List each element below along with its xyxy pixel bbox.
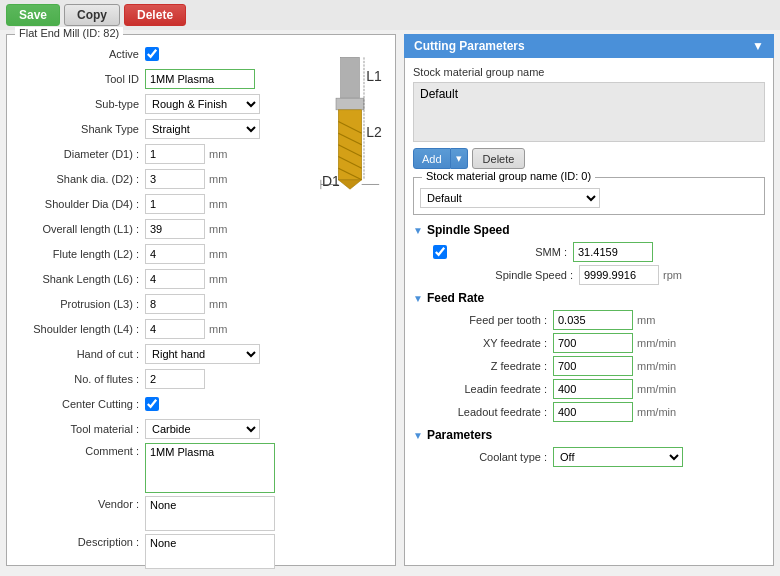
flute-length-label: Flute length (L2) : <box>15 248 145 260</box>
svg-rect-0 <box>341 57 360 98</box>
no-flutes-row: No. of flutes : <box>15 368 387 390</box>
copy-button[interactable]: Copy <box>64 4 120 26</box>
shank-type-select[interactable]: Straight Tapered <box>145 119 260 139</box>
xy-feedrate-input[interactable] <box>553 333 633 353</box>
shoulder-length-input[interactable] <box>145 319 205 339</box>
z-feedrate-input[interactable] <box>553 356 633 376</box>
toolbar: Save Copy Delete <box>0 0 780 30</box>
coolant-type-select[interactable]: Off Flood Mist <box>553 447 683 467</box>
save-button[interactable]: Save <box>6 4 60 26</box>
cutting-params-header: Cutting Parameters ▼ <box>404 34 774 58</box>
add-dropdown-button[interactable]: ▾ <box>451 148 468 169</box>
flute-length-row: Flute length (L2) : mm <box>15 243 387 265</box>
shank-dia-unit: mm <box>209 173 227 185</box>
spindle-speed-unit: rpm <box>663 269 682 281</box>
parameters-header[interactable]: ▼ Parameters <box>413 428 765 442</box>
tool-image: L1 L2 D1 <box>315 55 385 195</box>
params-chevron-icon: ▼ <box>413 430 423 441</box>
protrusion-unit: mm <box>209 298 227 310</box>
parameters-content: Coolant type : Off Flood Mist <box>413 447 765 467</box>
flute-length-unit: mm <box>209 248 227 260</box>
protrusion-input[interactable] <box>145 294 205 314</box>
vendor-textarea[interactable]: None <box>145 496 275 531</box>
center-cutting-checkbox[interactable] <box>145 397 159 411</box>
active-label: Active <box>15 48 145 60</box>
cutting-params-title: Cutting Parameters <box>414 39 525 53</box>
no-flutes-label: No. of flutes : <box>15 373 145 385</box>
svg-marker-8 <box>338 180 361 189</box>
leadout-feedrate-input[interactable] <box>553 402 633 422</box>
collapse-icon[interactable]: ▼ <box>752 39 764 53</box>
delete-button[interactable]: Delete <box>124 4 186 26</box>
overall-length-input[interactable] <box>145 219 205 239</box>
feed-per-tooth-label: Feed per tooth : <box>433 314 553 326</box>
spindle-speed-row: Spindle Speed : rpm <box>413 265 765 285</box>
diameter-input[interactable] <box>145 144 205 164</box>
vendor-label: Vendor : <box>15 496 145 510</box>
tool-id-input[interactable] <box>145 69 255 89</box>
spindle-chevron-icon: ▼ <box>413 225 423 236</box>
hand-of-cut-select[interactable]: Right hand Left hand <box>145 344 260 364</box>
cutting-params-body: Stock material group name Default Add ▾ … <box>404 58 774 566</box>
stock-id-row: Default <box>420 184 758 208</box>
description-row: Description : None <box>15 534 387 569</box>
feed-chevron-icon: ▼ <box>413 293 423 304</box>
svg-text:L1: L1 <box>366 68 382 84</box>
spindle-speed-input[interactable] <box>579 265 659 285</box>
stock-id-group: Stock material group name (ID: 0) Defaul… <box>413 177 765 215</box>
parameters-title: Parameters <box>427 428 492 442</box>
active-checkbox[interactable] <box>145 47 159 61</box>
z-feedrate-row: Z feedrate : mm/min <box>413 356 765 376</box>
spindle-speed-title: Spindle Speed <box>427 223 510 237</box>
leadout-feedrate-label: Leadout feedrate : <box>433 406 553 418</box>
smm-row: SMM : <box>413 242 765 262</box>
overall-length-unit: mm <box>209 223 227 235</box>
delete-group-button[interactable]: Delete <box>472 148 526 169</box>
diameter-label: Diameter (D1) : <box>15 148 145 160</box>
spindle-speed-content: SMM : Spindle Speed : rpm <box>413 242 765 285</box>
svg-text:D1: D1 <box>322 173 340 189</box>
subtype-label: Sub-type <box>15 98 145 110</box>
xy-feedrate-unit: mm/min <box>637 337 676 349</box>
stock-id-title: Stock material group name (ID: 0) <box>422 170 595 182</box>
xy-feedrate-label: XY feedrate : <box>433 337 553 349</box>
svg-text:L2: L2 <box>366 124 382 140</box>
stock-group-value: Default <box>420 87 458 101</box>
leadin-feedrate-input[interactable] <box>553 379 633 399</box>
shoulder-length-unit: mm <box>209 323 227 335</box>
shoulder-dia-input[interactable] <box>145 194 205 214</box>
feed-rate-header[interactable]: ▼ Feed Rate <box>413 291 765 305</box>
shank-length-input[interactable] <box>145 269 205 289</box>
no-flutes-input[interactable] <box>145 369 205 389</box>
spindle-speed-header[interactable]: ▼ Spindle Speed <box>413 223 765 237</box>
vendor-row: Vendor : None <box>15 496 387 531</box>
smm-input[interactable] <box>573 242 653 262</box>
panel-title: Flat End Mill (ID: 82) <box>15 27 123 39</box>
shank-type-label: Shank Type <box>15 123 145 135</box>
tool-material-row: Tool material : Carbide HSS Ceramic <box>15 418 387 440</box>
shank-length-label: Shank Length (L6) : <box>15 273 145 285</box>
stock-id-select[interactable]: Default <box>420 188 600 208</box>
stock-group-label: Stock material group name <box>413 66 765 78</box>
flute-length-input[interactable] <box>145 244 205 264</box>
subtype-select[interactable]: Rough & Finish Rough Finish Finish <box>145 94 260 114</box>
feed-per-tooth-input[interactable] <box>553 310 633 330</box>
shank-dia-input[interactable] <box>145 169 205 189</box>
feed-rate-title: Feed Rate <box>427 291 484 305</box>
comment-textarea[interactable]: 1MM Plasma <box>145 443 275 493</box>
coolant-type-label: Coolant type : <box>433 451 553 463</box>
z-feedrate-label: Z feedrate : <box>433 360 553 372</box>
leadout-feedrate-row: Leadout feedrate : mm/min <box>413 402 765 422</box>
overall-length-label: Overall length (L1) : <box>15 223 145 235</box>
center-cutting-label: Center Cutting : <box>15 398 145 410</box>
tool-material-select[interactable]: Carbide HSS Ceramic <box>145 419 260 439</box>
add-button[interactable]: Add <box>413 148 451 169</box>
z-feedrate-unit: mm/min <box>637 360 676 372</box>
description-textarea[interactable]: None <box>145 534 275 569</box>
cutting-params-panel: Cutting Parameters ▼ Stock material grou… <box>404 34 774 566</box>
protrusion-label: Protrusion (L3) : <box>15 298 145 310</box>
leadin-feedrate-unit: mm/min <box>637 383 676 395</box>
smm-checkbox[interactable] <box>433 245 447 259</box>
feed-per-tooth-row: Feed per tooth : mm <box>413 310 765 330</box>
main-layout: Flat End Mill (ID: 82) L1 L2 <box>0 30 780 570</box>
